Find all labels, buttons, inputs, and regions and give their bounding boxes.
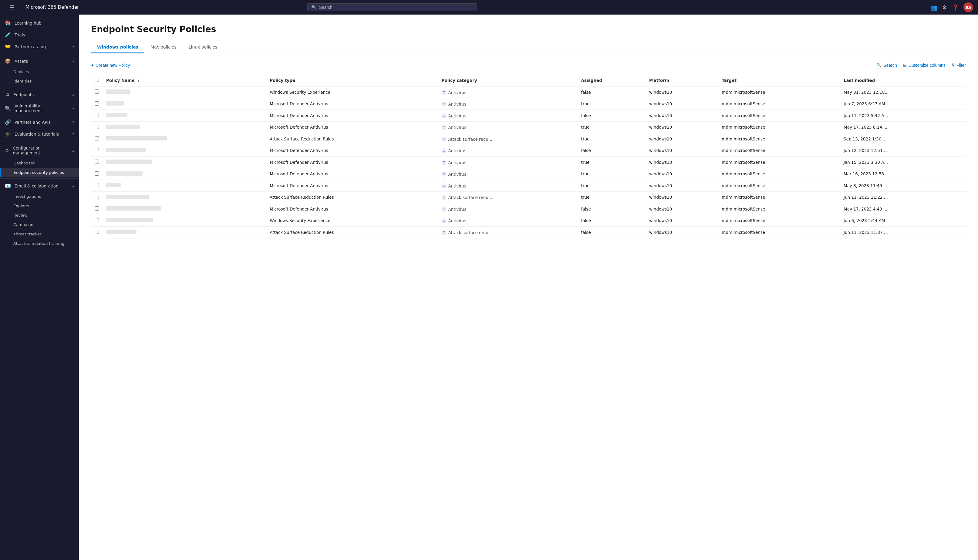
policy-target-cell: mdm,microsoftSense xyxy=(718,227,840,238)
sidebar-item-partners-apis[interactable]: 🔗 Partners and APIs ▾ xyxy=(0,116,79,128)
policy-name-cell[interactable] xyxy=(103,133,266,145)
search-button[interactable]: 🔍 Search xyxy=(876,63,897,68)
row-checkbox-3[interactable] xyxy=(95,125,99,129)
search-bar[interactable]: 🔍 xyxy=(307,3,477,11)
sidebar-item-vulnerability[interactable]: 🔍 Vulnerability management ▾ xyxy=(0,100,79,116)
tab-linux[interactable]: Linux policies xyxy=(183,42,223,53)
search-input[interactable] xyxy=(319,5,473,10)
help-icon[interactable]: ❓ xyxy=(952,4,959,11)
policy-assigned-cell: false xyxy=(578,215,646,227)
sidebar-item-dashboard[interactable]: Dashboard xyxy=(0,158,79,168)
row-checkbox-4[interactable] xyxy=(95,136,99,140)
page-title: Endpoint Security Policies xyxy=(91,24,966,34)
plus-icon: + xyxy=(91,62,94,68)
sidebar-divider-3 xyxy=(0,141,79,142)
col-header-modified[interactable]: Last modified xyxy=(840,75,966,86)
col-header-assigned[interactable]: Assigned xyxy=(578,75,646,86)
table-row: Attack Surface Reduction Rules🛡Attack su… xyxy=(91,227,966,238)
col-header-category[interactable]: Policy category xyxy=(438,75,578,86)
row-checkbox-cell-0 xyxy=(91,86,103,98)
policy-platform-cell: windows10 xyxy=(646,157,718,168)
sidebar-item-email-collaboration[interactable]: 📧 Email & collaboration ▴ xyxy=(0,180,79,192)
col-header-platform[interactable]: Platform xyxy=(646,75,718,86)
policy-type-cell: Microsoft Defender Antivirus xyxy=(266,168,438,180)
sidebar-item-learning-hub[interactable]: 📚 Learning hub xyxy=(0,17,79,29)
row-checkbox-7[interactable] xyxy=(95,172,99,176)
evaluation-icon: 🎓 xyxy=(5,131,11,137)
feedback-icon[interactable]: 👥 xyxy=(931,4,937,11)
col-header-type[interactable]: Policy type xyxy=(266,75,438,86)
chevron-up-icon-4: ▴ xyxy=(72,184,74,188)
policy-name-cell[interactable] xyxy=(103,203,266,215)
row-checkbox-1[interactable] xyxy=(95,101,99,105)
sidebar-item-assets[interactable]: 📦 Assets ▴ xyxy=(0,55,79,67)
sidebar-item-endpoint-security[interactable]: Endpoint security policies xyxy=(0,168,79,177)
create-policy-button[interactable]: + Create new Policy xyxy=(91,61,130,70)
category-label: Attack surface redu... xyxy=(448,137,492,142)
table-row: Microsoft Defender Antivirus🛡Antivirusfa… xyxy=(91,203,966,215)
tab-mac[interactable]: Mac policies xyxy=(144,42,183,53)
policy-category-cell: 🛡Antivirus xyxy=(438,98,578,110)
row-checkbox-5[interactable] xyxy=(95,148,99,152)
sidebar-item-evaluation[interactable]: 🎓 Evaluation & tutorials ▾ xyxy=(0,128,79,140)
policy-name-cell[interactable] xyxy=(103,157,266,168)
row-checkbox-9[interactable] xyxy=(95,195,99,199)
shield-icon: 🛡 xyxy=(442,230,447,235)
row-checkbox-2[interactable] xyxy=(95,113,99,117)
select-all-checkbox[interactable] xyxy=(95,78,99,82)
sidebar-item-identities[interactable]: Identities xyxy=(0,77,79,86)
row-checkbox-10[interactable] xyxy=(95,206,99,210)
shield-icon: 🛡 xyxy=(442,172,447,177)
sidebar-item-devices[interactable]: Devices xyxy=(0,67,79,77)
table-body: Windows Security Experience🛡Antivirusfal… xyxy=(91,86,966,238)
row-checkbox-11[interactable] xyxy=(95,218,99,222)
tab-windows[interactable]: Windows policies xyxy=(91,42,144,53)
row-checkbox-8[interactable] xyxy=(95,183,99,187)
policy-type-cell: Microsoft Defender Antivirus xyxy=(266,203,438,215)
policy-name-cell[interactable] xyxy=(103,98,266,110)
select-all-header[interactable] xyxy=(91,75,103,86)
row-checkbox-0[interactable] xyxy=(95,90,99,94)
policy-name-cell[interactable] xyxy=(103,86,266,98)
policy-name-cell[interactable] xyxy=(103,168,266,180)
policy-platform-cell: windows10 xyxy=(646,98,718,110)
policy-name-cell[interactable] xyxy=(103,145,266,157)
row-checkbox-6[interactable] xyxy=(95,160,99,164)
sidebar-item-endpoints[interactable]: 🖥 Endpoints ▴ xyxy=(0,88,79,100)
avatar[interactable]: SA xyxy=(963,2,973,12)
configuration-icon: ⚙ xyxy=(5,148,9,153)
policy-name-cell[interactable] xyxy=(103,227,266,238)
sidebar-item-review[interactable]: Review xyxy=(0,210,79,220)
filter-button[interactable]: ⊽ Filter xyxy=(951,63,966,68)
chevron-up-icon-3: ▴ xyxy=(72,148,74,153)
policy-modified-cell: Jun 11, 2023 11:22 ... xyxy=(840,192,966,203)
policy-name-cell[interactable] xyxy=(103,180,266,192)
row-checkbox-12[interactable] xyxy=(95,230,99,234)
policy-name-cell[interactable] xyxy=(103,215,266,227)
policy-name-cell[interactable] xyxy=(103,192,266,203)
sidebar-item-investigations[interactable]: Investigations xyxy=(0,192,79,201)
sidebar-item-threat-tracker[interactable]: Threat tracker xyxy=(0,229,79,239)
sidebar-item-attack-simulation[interactable]: Attack simulation training xyxy=(0,239,79,248)
policy-modified-cell: Jun 11, 2023 11:37 ... xyxy=(840,227,966,238)
category-label: Antivirus xyxy=(448,148,467,153)
customize-columns-button[interactable]: ⊞ Customize columns xyxy=(903,63,946,68)
sidebar-item-trials[interactable]: 🧪 Trials xyxy=(0,29,79,41)
hamburger-button[interactable]: ☰ xyxy=(5,1,19,13)
sidebar-item-partner-catalog[interactable]: 🤝 Partner catalog ▾ xyxy=(0,41,79,52)
policy-type-cell: Microsoft Defender Antivirus xyxy=(266,110,438,122)
sidebar-item-configuration[interactable]: ⚙ Configuration management ▴ xyxy=(0,143,79,158)
col-header-target[interactable]: Target xyxy=(718,75,840,86)
vulnerability-icon: 🔍 xyxy=(5,105,11,111)
sidebar-item-explorer[interactable]: Explorer xyxy=(0,201,79,210)
col-header-name[interactable]: Policy Name ↑ xyxy=(103,75,266,86)
settings-icon[interactable]: ⚙ xyxy=(942,4,947,11)
policy-name-cell[interactable] xyxy=(103,121,266,133)
policy-name-cell[interactable] xyxy=(103,110,266,122)
category-label: Antivirus xyxy=(448,207,467,212)
shield-icon: 🛡 xyxy=(442,90,447,95)
row-checkbox-cell-3 xyxy=(91,121,103,133)
nav-icons: 👥 ⚙ ❓ SA xyxy=(931,2,973,12)
sidebar-item-campaigns[interactable]: Campaigns xyxy=(0,220,79,229)
policy-target-cell: mdm,microsoftSense xyxy=(718,133,840,145)
